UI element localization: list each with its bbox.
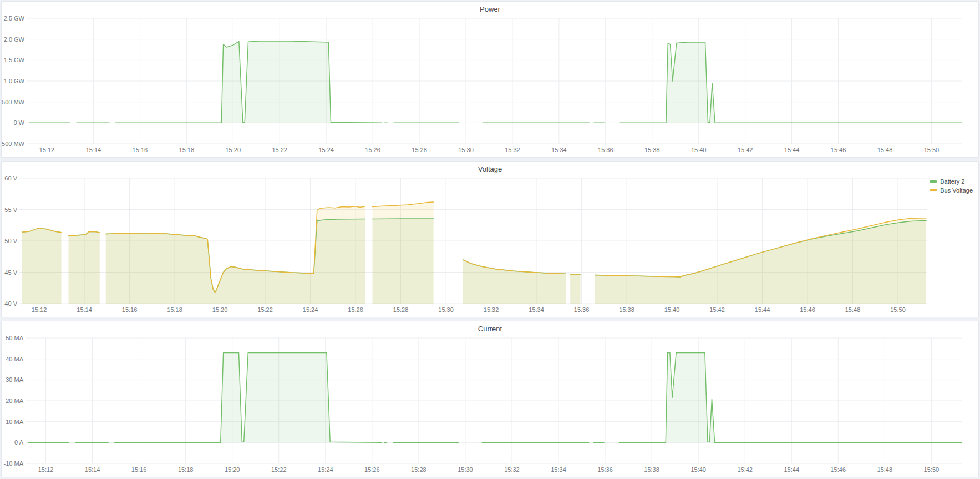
svg-text:15:44: 15:44 xyxy=(784,466,799,473)
legend-item-battery-2[interactable]: Battery 2 xyxy=(930,178,973,185)
svg-text:15:32: 15:32 xyxy=(484,306,499,313)
voltage-panel-title: Voltage xyxy=(2,165,978,173)
svg-text:15:46: 15:46 xyxy=(800,306,815,313)
svg-text:500 MW: 500 MW xyxy=(2,99,25,105)
svg-text:15:24: 15:24 xyxy=(318,466,333,473)
svg-text:15:14: 15:14 xyxy=(86,147,101,153)
svg-text:15:48: 15:48 xyxy=(845,306,861,313)
svg-text:15:46: 15:46 xyxy=(831,466,846,473)
svg-text:15:40: 15:40 xyxy=(690,466,706,473)
svg-text:15:42: 15:42 xyxy=(737,466,753,473)
svg-text:15:36: 15:36 xyxy=(574,306,590,313)
svg-text:1.0 GW: 1.0 GW xyxy=(4,78,25,84)
svg-text:15:30: 15:30 xyxy=(438,306,454,313)
svg-text:15:36: 15:36 xyxy=(598,147,613,153)
svg-text:15:40: 15:40 xyxy=(691,147,707,153)
svg-text:1.5 GW: 1.5 GW xyxy=(4,57,25,63)
svg-text:15:26: 15:26 xyxy=(364,466,380,473)
svg-text:15:12: 15:12 xyxy=(38,466,54,473)
svg-text:15:18: 15:18 xyxy=(179,147,195,153)
power-panel: Power 2.5 GW2.0 GW1.5 GW1.0 GW500 MW0 W-… xyxy=(1,1,979,158)
bus-voltage-series-swatch xyxy=(930,189,937,191)
svg-text:15:50: 15:50 xyxy=(890,306,906,313)
svg-text:15:30: 15:30 xyxy=(458,466,473,473)
svg-text:15:18: 15:18 xyxy=(167,306,182,313)
current-panel-title: Current xyxy=(2,325,978,333)
svg-text:-10 MA: -10 MA xyxy=(4,460,24,467)
legend-item-bus-voltage[interactable]: Bus Voltage xyxy=(930,187,973,194)
svg-text:15:22: 15:22 xyxy=(271,466,287,473)
dashboard: Power 2.5 GW2.0 GW1.5 GW1.0 GW500 MW0 W-… xyxy=(0,0,980,477)
svg-text:15:42: 15:42 xyxy=(738,147,753,153)
svg-text:2.5 GW: 2.5 GW xyxy=(4,15,25,22)
svg-text:15:38: 15:38 xyxy=(644,147,660,153)
svg-text:20 MA: 20 MA xyxy=(6,397,23,404)
svg-text:15:16: 15:16 xyxy=(131,466,147,473)
svg-text:15:48: 15:48 xyxy=(877,147,893,153)
svg-text:0 A: 0 A xyxy=(14,439,24,446)
svg-text:15:38: 15:38 xyxy=(644,466,659,473)
svg-text:15:40: 15:40 xyxy=(664,306,680,313)
svg-text:15:48: 15:48 xyxy=(877,466,893,473)
svg-text:55 V: 55 V xyxy=(4,206,17,213)
svg-text:10 MA: 10 MA xyxy=(6,419,23,425)
svg-text:15:22: 15:22 xyxy=(272,147,287,153)
svg-text:15:44: 15:44 xyxy=(755,306,770,313)
svg-text:45 V: 45 V xyxy=(4,269,17,276)
svg-text:-500 MW: -500 MW xyxy=(2,140,25,147)
power-chart-canvas[interactable]: 2.5 GW2.0 GW1.5 GW1.0 GW500 MW0 W-500 MW… xyxy=(2,2,978,157)
svg-text:15:24: 15:24 xyxy=(303,306,318,313)
svg-text:15:50: 15:50 xyxy=(924,147,940,153)
svg-text:15:28: 15:28 xyxy=(412,147,427,153)
voltage-chart-canvas[interactable]: 60 V55 V50 V45 V40 V15:1215:1415:1615:18… xyxy=(2,162,978,317)
svg-text:15:30: 15:30 xyxy=(458,147,474,153)
svg-text:15:36: 15:36 xyxy=(597,466,613,473)
svg-text:15:20: 15:20 xyxy=(225,147,241,153)
svg-text:2.0 GW: 2.0 GW xyxy=(4,36,25,43)
svg-text:60 V: 60 V xyxy=(4,175,17,181)
svg-text:15:12: 15:12 xyxy=(32,306,47,313)
current-chart-canvas[interactable]: 50 MA40 MA30 MA20 MA10 MA0 A-10 MA15:121… xyxy=(2,321,978,477)
svg-text:50 MA: 50 MA xyxy=(6,335,23,341)
svg-text:15:20: 15:20 xyxy=(225,466,240,473)
svg-text:15:32: 15:32 xyxy=(504,466,520,473)
svg-text:15:34: 15:34 xyxy=(551,466,566,473)
svg-text:15:34: 15:34 xyxy=(551,147,567,153)
svg-text:15:28: 15:28 xyxy=(393,306,409,313)
svg-text:40 MA: 40 MA xyxy=(6,356,23,362)
svg-text:15:28: 15:28 xyxy=(411,466,426,473)
legend-label-bus-voltage: Bus Voltage xyxy=(940,187,973,194)
svg-text:15:46: 15:46 xyxy=(831,147,846,153)
svg-text:15:44: 15:44 xyxy=(784,147,800,153)
svg-text:15:14: 15:14 xyxy=(85,466,100,473)
svg-text:15:18: 15:18 xyxy=(178,466,194,473)
svg-text:15:38: 15:38 xyxy=(619,306,634,313)
svg-text:15:12: 15:12 xyxy=(39,147,55,153)
power-panel-title: Power xyxy=(2,5,978,13)
svg-text:15:24: 15:24 xyxy=(318,147,334,153)
svg-text:15:20: 15:20 xyxy=(212,306,228,313)
svg-text:15:16: 15:16 xyxy=(122,306,138,313)
svg-text:15:32: 15:32 xyxy=(505,147,520,153)
svg-text:15:26: 15:26 xyxy=(365,147,380,153)
svg-text:50 V: 50 V xyxy=(4,238,17,244)
svg-text:15:14: 15:14 xyxy=(77,306,92,313)
svg-text:15:22: 15:22 xyxy=(257,306,273,313)
current-panel: Current 50 MA40 MA30 MA20 MA10 MA0 A-10 … xyxy=(1,321,979,477)
battery-2-series-swatch xyxy=(930,180,937,183)
svg-text:40 V: 40 V xyxy=(4,300,17,307)
svg-text:15:26: 15:26 xyxy=(348,306,363,313)
svg-text:0 W: 0 W xyxy=(13,119,24,126)
svg-text:15:34: 15:34 xyxy=(529,306,544,313)
svg-text:30 MA: 30 MA xyxy=(6,376,23,383)
svg-text:15:16: 15:16 xyxy=(133,147,148,153)
svg-text:15:42: 15:42 xyxy=(709,306,725,313)
svg-text:15:50: 15:50 xyxy=(924,466,940,473)
voltage-panel: Voltage 60 V55 V50 V45 V40 V15:1215:1415… xyxy=(1,161,979,317)
legend: Battery 2 Bus Voltage xyxy=(930,178,973,194)
legend-label-battery-2: Battery 2 xyxy=(940,178,964,185)
